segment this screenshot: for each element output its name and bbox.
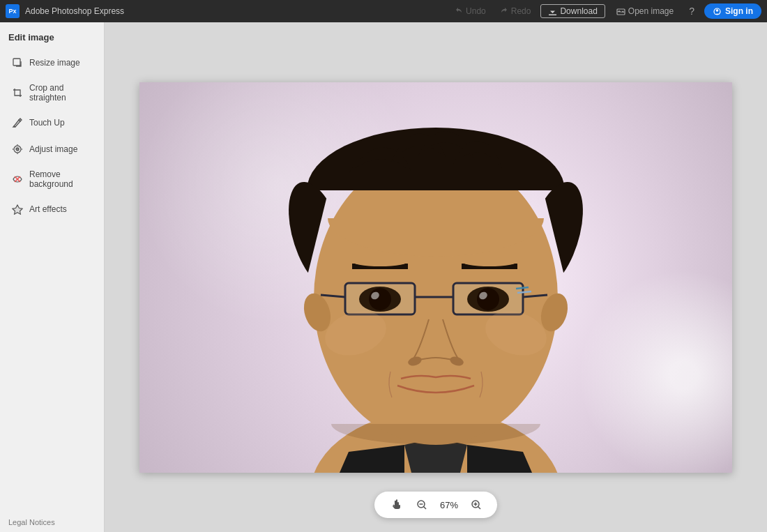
crop-icon (11, 86, 24, 99)
pan-icon (390, 499, 402, 511)
adjust-image-icon (11, 143, 24, 155)
svg-line-18 (478, 507, 481, 510)
legal-notices-link[interactable]: Legal Notices (8, 518, 55, 526)
art-effects-icon (11, 203, 24, 215)
canvas-area: 67% (105, 22, 767, 532)
app-title: Adobe Photoshop Express (25, 6, 124, 16)
resize-image-icon (11, 56, 24, 69)
undo-button[interactable]: Undo (450, 5, 490, 17)
topbar: Px Adobe Photoshop Express Undo Redo Dow… (0, 0, 767, 22)
svg-point-6 (16, 148, 19, 151)
download-icon (548, 7, 557, 16)
undo-icon (455, 7, 463, 15)
zoom-in-icon (471, 499, 482, 510)
sign-in-icon (713, 7, 722, 16)
sidebar-section-title: Edit image (0, 22, 104, 50)
zoom-in-button[interactable] (465, 496, 487, 513)
zoom-out-button[interactable] (411, 496, 433, 513)
download-button[interactable]: Download (540, 4, 605, 18)
redo-button[interactable]: Redo (496, 5, 536, 17)
sign-in-button[interactable]: Sign in (704, 3, 761, 19)
main-layout: Edit image Resize image Crop and straigh… (0, 22, 767, 532)
svg-point-3 (716, 9, 719, 12)
app-logo-icon: Px (6, 4, 20, 18)
sidebar-item-adjust-image[interactable]: Adjust image (3, 137, 101, 162)
sidebar-item-touch-up[interactable]: Touch Up (3, 110, 101, 135)
sidebar-item-art-effects[interactable]: Art effects (3, 197, 101, 222)
open-image-icon (616, 7, 625, 16)
remove-background-icon (11, 173, 24, 185)
image-container (139, 82, 732, 473)
svg-rect-4 (13, 59, 20, 66)
sidebar: Edit image Resize image Crop and straigh… (0, 22, 105, 532)
open-image-button[interactable]: Open image (611, 5, 679, 17)
zoom-out-icon (416, 499, 427, 510)
sidebar-item-remove-background[interactable]: Remove background (3, 163, 101, 195)
touch-up-icon (11, 116, 24, 129)
svg-marker-13 (13, 205, 22, 214)
bottom-toolbar: 67% (374, 492, 497, 518)
sidebar-item-resize-image[interactable]: Resize image (3, 50, 101, 75)
pan-tool-button[interactable] (384, 496, 408, 514)
zoom-level-label: 67% (436, 500, 462, 510)
svg-line-15 (423, 507, 426, 510)
svg-rect-0 (549, 14, 556, 15)
redo-icon (500, 7, 508, 15)
portrait-image (139, 82, 732, 473)
help-button[interactable]: ? (685, 4, 699, 18)
sidebar-item-crop-and-straighten[interactable]: Crop and straighten (3, 77, 101, 109)
